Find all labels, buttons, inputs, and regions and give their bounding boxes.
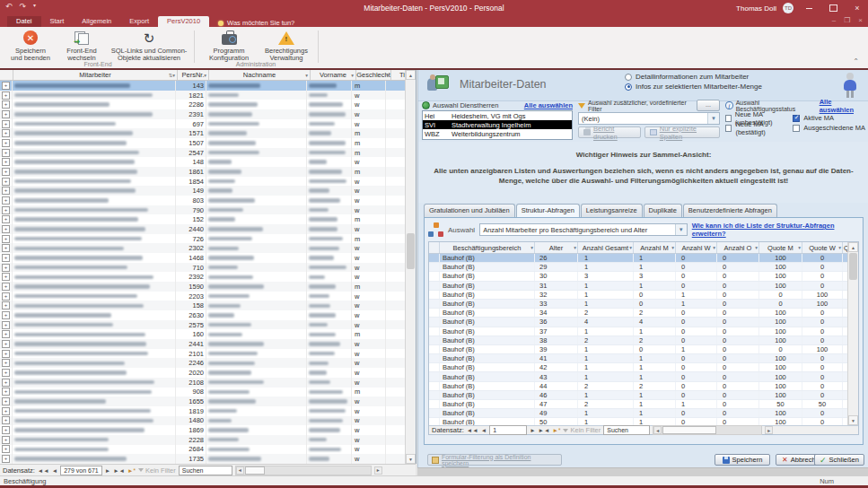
- employee-row[interactable]: +1821w: [0, 91, 406, 100]
- scroll-up-icon[interactable]: ▲: [848, 242, 858, 252]
- expand-row-icon[interactable]: +: [2, 416, 10, 424]
- first-record-icon[interactable]: ◄◄: [467, 427, 478, 433]
- child-minimize-icon[interactable]: –: [832, 16, 836, 24]
- result-row[interactable]: Bauhof (B)3910100100: [429, 345, 848, 354]
- next-record-icon[interactable]: ►: [105, 467, 110, 474]
- employee-row[interactable]: +803w: [0, 196, 406, 205]
- filter-arrow-icon[interactable]: ▾: [798, 245, 801, 250]
- close-button[interactable]: ×: [848, 1, 866, 15]
- expand-row-icon[interactable]: +: [2, 139, 10, 147]
- filter-arrow-icon[interactable]: ▾: [386, 73, 389, 78]
- expand-row-icon[interactable]: +: [2, 225, 10, 233]
- filter-arrow-icon[interactable]: ▾: [305, 73, 308, 78]
- expand-row-icon[interactable]: +: [2, 292, 10, 301]
- expand-row-icon[interactable]: +: [2, 254, 10, 262]
- ribbon-tab-persv2010[interactable]: PersV2010: [158, 16, 209, 27]
- filter-arrow-icon[interactable]: ▾: [838, 245, 841, 250]
- ribbon-tab-start[interactable]: Start: [41, 16, 74, 27]
- tab-struktur-abfragen[interactable]: Struktur-Abfragen: [516, 204, 580, 217]
- employee-row[interactable]: +1869w: [0, 425, 406, 435]
- expand-row-icon[interactable]: +: [2, 379, 10, 387]
- expand-row-icon[interactable]: +: [2, 244, 10, 252]
- column-header-persnr[interactable]: PersNr.▾: [178, 70, 209, 80]
- employee-row[interactable]: +2246w: [0, 358, 406, 368]
- permissions-button[interactable]: ! Berechtigungs Verwaltung: [259, 30, 314, 62]
- expand-row-icon[interactable]: +: [2, 340, 10, 348]
- filter-arrow-icon[interactable]: ▾: [755, 245, 758, 250]
- minimize-button[interactable]: [800, 1, 818, 15]
- employee-row[interactable]: +790w: [0, 205, 406, 215]
- last-record-icon[interactable]: ►◄: [539, 427, 550, 433]
- dienstherren-listbox[interactable]: HeiHeidesheim, VG mit OgsSVIStadtverwalt…: [422, 110, 573, 140]
- tab-leistungsanreize[interactable]: Leistungsanreize: [581, 204, 643, 217]
- employee-row[interactable]: +2302w: [0, 243, 406, 253]
- save-filter-definition-button[interactable]: Formular-Filterung als Definition speich…: [427, 454, 562, 466]
- close-button[interactable]: ✓ Schließen: [814, 454, 864, 466]
- scrollbar-thumb[interactable]: [245, 466, 265, 475]
- search-input[interactable]: Suchen: [179, 466, 232, 475]
- column-header-geschlecht[interactable]: Geschlecht▾: [356, 70, 391, 80]
- expand-row-icon[interactable]: +: [2, 455, 10, 463]
- filter-arrow-icon[interactable]: ▾: [204, 73, 206, 78]
- employee-row[interactable]: +2391w: [0, 109, 406, 119]
- select-all-dienstherren-link[interactable]: Alle auswählen: [524, 101, 573, 109]
- filter-combobox[interactable]: (Kein) ▼: [578, 112, 720, 125]
- expand-row-icon[interactable]: +: [2, 235, 10, 243]
- expand-row-icon[interactable]: +: [2, 436, 10, 444]
- expand-row-icon[interactable]: +: [2, 388, 10, 396]
- datasheet-horizontal-scrollbar[interactable]: ◄: [235, 466, 372, 475]
- result-row[interactable]: Bauhof (B)4721105050: [429, 400, 848, 409]
- result-row[interactable]: Bauhof (B)2611001000: [429, 254, 848, 263]
- tell-me-box[interactable]: Was möchten Sie tun?: [209, 19, 303, 27]
- checkbox-ausgeschiedene-ma[interactable]: Ausgeschiedene MA: [793, 123, 865, 133]
- result-row[interactable]: Bauhof (B)4911001000: [429, 409, 848, 418]
- result-row[interactable]: Bauhof (B)4422001000: [429, 382, 848, 391]
- employee-row[interactable]: +726m: [0, 234, 406, 244]
- print-report-button[interactable]: Bericht drucken: [578, 126, 641, 138]
- scrollbar-thumb[interactable]: [849, 253, 857, 280]
- chevron-down-icon[interactable]: ▼: [675, 224, 687, 235]
- result-row[interactable]: Bauhof (B)3422001000: [429, 309, 848, 318]
- result-row[interactable]: Bauhof (B)5011001000: [429, 418, 848, 425]
- program-config-button[interactable]: Programm Konfiguration: [203, 30, 255, 62]
- employee-row[interactable]: +2392w: [0, 272, 406, 282]
- collapse-ribbon-icon[interactable]: ⌃: [853, 57, 859, 65]
- column-header-mitarbeiter[interactable]: Mitarbeiter⇅▾: [13, 70, 178, 80]
- scroll-right-icon[interactable]: ►: [765, 426, 773, 434]
- dienstherr-item-wbz[interactable]: WBZWeiterbildungszentrum: [423, 129, 572, 138]
- record-position[interactable]: 1: [489, 425, 527, 435]
- expand-row-icon[interactable]: +: [2, 110, 10, 118]
- scrollbar-thumb[interactable]: [662, 426, 716, 434]
- expand-row-icon[interactable]: +: [2, 206, 10, 214]
- scroll-right-icon[interactable]: ►: [374, 466, 382, 475]
- filter-state[interactable]: Kein Filter: [138, 466, 176, 475]
- expand-row-icon[interactable]: +: [2, 273, 10, 281]
- employee-row[interactable]: +697w: [0, 119, 406, 129]
- column-header-anzahl-gesamt[interactable]: Anzahl Gesamt▾: [578, 242, 634, 253]
- employee-row[interactable]: +2020w: [0, 368, 406, 378]
- scroll-left-icon[interactable]: ◄: [236, 466, 244, 475]
- expand-row-icon[interactable]: +: [2, 178, 10, 186]
- employee-row[interactable]: +1590m: [0, 282, 406, 292]
- result-horizontal-scrollbar[interactable]: ◄: [653, 425, 762, 435]
- employee-row[interactable]: +143m: [0, 81, 406, 91]
- record-position[interactable]: 279 von 671: [60, 466, 102, 475]
- expand-row-icon[interactable]: +: [2, 397, 10, 405]
- expand-row-icon[interactable]: +: [2, 100, 10, 109]
- expand-row-icon[interactable]: +: [2, 369, 10, 377]
- filter-state[interactable]: Kein Filter: [563, 426, 601, 434]
- column-header-vorname[interactable]: Vorname▾: [311, 70, 356, 80]
- employee-row[interactable]: +2440w: [0, 224, 406, 234]
- expand-row-icon[interactable]: +: [2, 264, 10, 272]
- expand-row-icon[interactable]: +: [2, 301, 10, 309]
- expand-row-icon[interactable]: +: [2, 283, 10, 291]
- expand-row-icon[interactable]: +: [2, 407, 10, 415]
- result-row[interactable]: Bauhof (B)3033001000: [429, 272, 848, 281]
- expand-row-icon[interactable]: +: [2, 158, 10, 166]
- column-header-quote-m[interactable]: Quote M▾: [759, 242, 802, 253]
- radio-detail-info[interactable]: Detailinformationen zum Mitarbeiter: [625, 73, 762, 81]
- prev-record-icon[interactable]: ◄: [52, 467, 57, 474]
- new-record-icon[interactable]: ►*: [127, 467, 136, 474]
- checkbox-aktive-ma[interactable]: Aktive MA: [793, 113, 865, 123]
- result-vertical-scrollbar[interactable]: ▲ ▼: [847, 242, 858, 425]
